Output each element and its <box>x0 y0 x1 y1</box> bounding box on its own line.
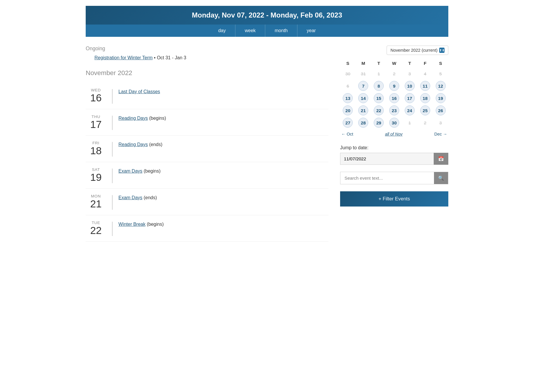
ongoing-event-link[interactable]: Registration for Winter Term <box>94 55 153 60</box>
calendar-day-number[interactable]: 24 <box>405 105 415 115</box>
calendar-day-number: 3 <box>436 118 446 128</box>
event-date-block: SAT 19 <box>86 167 106 183</box>
calendar-day-number[interactable]: 29 <box>374 118 384 128</box>
tab-month[interactable]: month <box>265 25 297 37</box>
next-month-link[interactable]: Dec → <box>434 132 447 136</box>
calendar-day-cell: 6 <box>340 80 356 92</box>
calendar-day-number[interactable]: 21 <box>358 105 368 115</box>
ongoing-event-dates: • <box>154 55 157 60</box>
event-divider <box>112 169 113 183</box>
calendar-day-cell: 25 <box>417 104 433 117</box>
calendar-day-number[interactable]: 28 <box>358 118 368 128</box>
calendar-header-cell: T <box>371 59 387 67</box>
calendar-day-number[interactable]: 19 <box>436 93 446 103</box>
calendar-day-cell: 21 <box>356 104 371 117</box>
calendar-day-cell: 9 <box>387 80 402 92</box>
calendar-day-number[interactable]: 9 <box>389 81 399 91</box>
calendar-day-cell: 8 <box>371 80 387 92</box>
calendar-day-number[interactable]: 10 <box>405 81 415 91</box>
event-date-block: MON 21 <box>86 194 106 210</box>
all-month-link[interactable]: all of Nov <box>385 132 402 136</box>
event-suffix: (begins) <box>145 222 163 227</box>
month-section-title: November 2022 <box>86 69 328 77</box>
event-title-block: Last Day of Classes <box>118 88 160 94</box>
calendar-day-number[interactable]: 27 <box>343 118 353 128</box>
mini-calendar: November 2022 (current) ⬆⬇ SMTWTFS 30311… <box>340 46 448 136</box>
calendar-day-number[interactable]: 15 <box>374 93 384 103</box>
filter-events-button[interactable]: + Filter Events <box>340 191 448 207</box>
calendar-day-number: 1 <box>374 69 384 79</box>
calendar-header-cell: F <box>417 59 433 67</box>
search-button[interactable]: 🔍 <box>434 172 448 184</box>
calendar-header-cell: M <box>356 59 371 67</box>
calendar-day-number[interactable]: 11 <box>420 81 430 91</box>
calendar-day-number[interactable]: 25 <box>420 105 430 115</box>
calendar-day-number[interactable]: 8 <box>374 81 384 91</box>
search-input[interactable] <box>340 172 434 184</box>
calendar-day-cell: 3 <box>433 117 448 129</box>
calendar-day-number[interactable]: 26 <box>436 105 446 115</box>
calendar-day-cell: 30 <box>340 67 356 80</box>
calendar-day-number[interactable]: 14 <box>358 93 368 103</box>
month-selector-button[interactable]: November 2022 (current) ⬆⬇ <box>387 46 448 55</box>
calendar-day-number[interactable]: 16 <box>389 93 399 103</box>
calendar-header-cell: S <box>340 59 356 67</box>
search-icon: 🔍 <box>438 176 444 181</box>
event-date-block: THU 17 <box>86 115 106 130</box>
event-title-link[interactable]: Reading Days <box>118 116 148 121</box>
calendar-day-number[interactable]: 18 <box>420 93 430 103</box>
page-header: Monday, Nov 07, 2022 - Monday, Feb 06, 2… <box>86 6 448 25</box>
calendar-day-cell: 26 <box>433 104 448 117</box>
calendar-day-cell: 27 <box>340 117 356 129</box>
tab-week[interactable]: week <box>235 25 265 37</box>
jump-to-date-input[interactable] <box>340 153 434 165</box>
event-day-num: 16 <box>86 92 106 104</box>
calendar-day-cell: 1 <box>371 67 387 80</box>
calendar-day-number: 5 <box>436 69 446 79</box>
calendar-day-cell: 12 <box>433 80 448 92</box>
event-title-link[interactable]: Winter Break <box>118 222 145 227</box>
jump-to-date-section: Jump to date: 📅 <box>340 145 448 165</box>
calendar-day-number[interactable]: 7 <box>358 81 368 91</box>
event-title-link[interactable]: Exam Days <box>118 169 142 174</box>
jump-calendar-button[interactable]: 📅 <box>434 153 448 165</box>
ongoing-event: Registration for Winter Term • Oct 31 - … <box>94 55 328 60</box>
calendar-day-cell: 20 <box>340 104 356 117</box>
calendar-day-number[interactable]: 22 <box>374 105 384 115</box>
event-day-abbr: MON <box>86 194 106 198</box>
calendar-day-cell: 29 <box>371 117 387 129</box>
event-title-link[interactable]: Last Day of Classes <box>118 89 160 94</box>
event-day-num: 17 <box>86 119 106 130</box>
calendar-day-number[interactable]: 17 <box>405 93 415 103</box>
event-title-link[interactable]: Exam Days <box>118 195 142 200</box>
ongoing-label: Ongoing <box>86 46 328 52</box>
event-divider <box>112 195 113 210</box>
date-range-title: Monday, Nov 07, 2022 - Monday, Feb 06, 2… <box>192 11 342 19</box>
event-title-link[interactable]: Reading Days <box>118 142 148 147</box>
filter-events-label: + Filter Events <box>378 196 410 202</box>
right-sidebar: November 2022 (current) ⬆⬇ SMTWTFS 30311… <box>340 46 448 242</box>
calendar-day-cell: 16 <box>387 92 402 104</box>
calendar-day-number[interactable]: 30 <box>389 118 399 128</box>
event-title-block: Exam Days (begins) <box>118 167 161 174</box>
calendar-day-cell: 22 <box>371 104 387 117</box>
calendar-week-row: 27282930123 <box>340 117 448 129</box>
calendar-week-row: 6789101112 <box>340 80 448 92</box>
calendar-week-row: 303112345 <box>340 67 448 80</box>
event-row: WED 16 Last Day of Classes <box>86 83 328 109</box>
calendar-day-number: 3 <box>405 69 415 79</box>
event-suffix: (begins) <box>142 169 161 174</box>
calendar-day-cell: 18 <box>417 92 433 104</box>
event-row: THU 17 Reading Days (begins) <box>86 109 328 136</box>
month-selector-arrow-icon: ⬆⬇ <box>439 48 445 53</box>
calendar-day-number[interactable]: 13 <box>343 93 353 103</box>
calendar-day-number[interactable]: 20 <box>343 105 353 115</box>
tab-day[interactable]: day <box>209 25 235 37</box>
events-list: WED 16 Last Day of Classes THU 17 Readin… <box>86 83 328 242</box>
tab-year[interactable]: year <box>297 25 325 37</box>
calendar-day-number[interactable]: 23 <box>389 105 399 115</box>
calendar-day-number[interactable]: 12 <box>436 81 446 91</box>
prev-month-link[interactable]: ← Oct <box>341 132 353 136</box>
event-divider <box>112 142 113 157</box>
event-title-block: Reading Days (begins) <box>118 115 166 121</box>
